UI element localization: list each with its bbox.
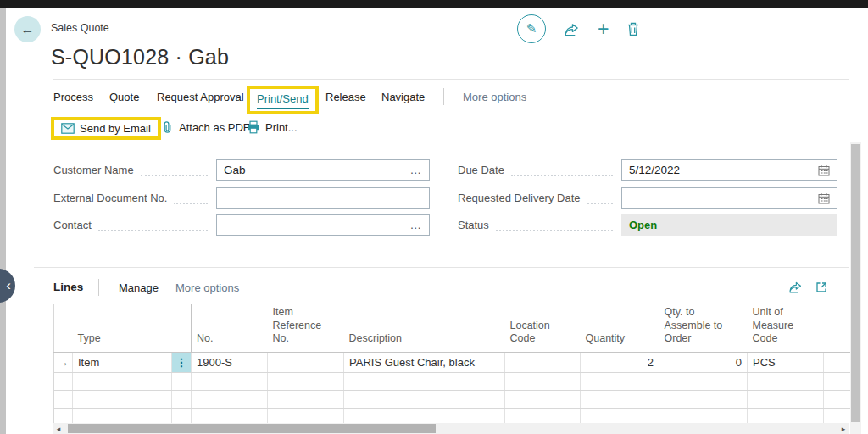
col-header-unit-of-measure[interactable]: Unit of Measure Code: [748, 304, 824, 352]
tab-request-approval[interactable]: Request Approval: [157, 91, 244, 103]
table-header-row: Type No. Item Reference No. Description …: [54, 304, 851, 352]
due-date-label: Due Date: [458, 164, 504, 176]
cell-item-reference-no[interactable]: [268, 352, 344, 372]
cell-no[interactable]: 1900-S: [192, 352, 268, 372]
active-row-indicator: →: [54, 352, 73, 372]
due-date-input[interactable]: 5/12/2022: [621, 159, 837, 181]
requested-delivery-input[interactable]: [621, 187, 837, 209]
scroll-left-icon: ◂: [57, 425, 61, 433]
customer-name-label: Customer Name: [53, 164, 134, 176]
lookup-ellipsis-icon[interactable]: …: [410, 164, 423, 176]
col-header-description[interactable]: Description: [344, 304, 505, 352]
customer-name-value: Gab: [224, 164, 246, 176]
cell-quantity[interactable]: 2: [581, 352, 659, 372]
requested-delivery-row: Requested Delivery Date: [458, 187, 620, 209]
trash-icon: [626, 21, 640, 36]
kebab-dots-icon: ⋮: [176, 356, 187, 369]
cell-type[interactable]: Item: [73, 352, 172, 372]
status-row: Status: [458, 214, 620, 236]
col-header-no[interactable]: No.: [192, 304, 268, 352]
line-row-1: → Item ⋮ 1900-S PARIS Guest Chair, black…: [54, 352, 851, 372]
status-value: Open: [629, 219, 657, 231]
chevron-left-icon: ‹: [6, 277, 11, 294]
add-button[interactable]: +: [598, 21, 609, 36]
share-icon: [564, 21, 580, 37]
tab-quote[interactable]: Quote: [109, 91, 139, 103]
external-doc-row: External Document No.: [53, 187, 214, 209]
cell-qty-to-assemble[interactable]: 0: [659, 352, 748, 372]
share-button[interactable]: [564, 21, 580, 37]
attach-pdf-icon: [161, 120, 174, 134]
status-label: Status: [458, 219, 489, 231]
cell-location-code[interactable]: [505, 352, 581, 372]
collapse-panel-button[interactable]: ‹: [0, 269, 15, 303]
tab-more-options[interactable]: More options: [463, 91, 526, 103]
delete-button[interactable]: [626, 21, 640, 36]
lines-more-options[interactable]: More options: [175, 281, 239, 294]
customer-name-row: Customer Name: [53, 159, 214, 181]
horizontal-scrollbar[interactable]: ◂ ▸: [53, 423, 849, 434]
toolbar-divider: [34, 142, 849, 142]
dotted-leader: [98, 220, 208, 231]
send-by-email-label: Send by Email: [80, 122, 151, 135]
cell-partial: [824, 352, 851, 372]
col-header-selector: [54, 304, 73, 352]
system-actions: ✎ +: [517, 14, 640, 44]
requested-delivery-label: Requested Delivery Date: [458, 192, 581, 204]
send-by-email-button[interactable]: Send by Email: [61, 122, 151, 135]
cell-description[interactable]: PARIS Guest Chair, black: [344, 352, 505, 372]
cell-unit-of-measure[interactable]: PCS: [748, 352, 824, 372]
scroll-left-arrow[interactable]: ◂: [53, 423, 64, 434]
status-field: Open: [621, 214, 837, 236]
print-label: Print...: [265, 121, 298, 134]
lines-expand-button[interactable]: [815, 280, 828, 294]
lookup-ellipsis-icon[interactable]: …: [410, 219, 423, 231]
col-header-qty-to-assemble[interactable]: Qty. to Assemble to Order: [659, 304, 748, 352]
printer-icon: [247, 120, 260, 134]
email-icon: [61, 123, 75, 134]
row-options-button[interactable]: ⋮: [172, 352, 192, 372]
dotted-leader: [496, 220, 613, 231]
horizontal-scroll-thumb[interactable]: [68, 424, 436, 433]
window-top-bar: [0, 0, 868, 8]
tab-process[interactable]: Process: [53, 91, 93, 103]
pencil-icon: ✎: [526, 21, 537, 36]
external-doc-input[interactable]: [216, 187, 430, 209]
lines-card-divider: [34, 267, 849, 268]
tab-navigate[interactable]: Navigate: [381, 91, 425, 103]
attach-as-pdf-button[interactable]: Attach as PDF: [161, 120, 250, 134]
plus-icon: +: [598, 21, 609, 36]
send-by-email-highlight: Send by Email: [51, 117, 161, 140]
calendar-icon[interactable]: [818, 192, 830, 204]
lines-title: Lines: [53, 281, 83, 293]
calendar-icon[interactable]: [818, 164, 830, 176]
print-button[interactable]: Print...: [247, 120, 298, 134]
back-button[interactable]: ←: [14, 16, 41, 42]
contact-input[interactable]: …: [216, 214, 430, 236]
col-header-location-code[interactable]: Location Code: [505, 304, 581, 352]
tab-separator: [443, 88, 444, 105]
back-arrow-icon: ←: [21, 22, 35, 37]
external-doc-label: External Document No.: [53, 192, 167, 204]
col-header-type[interactable]: Type: [73, 304, 172, 352]
lines-manage-button[interactable]: Manage: [119, 281, 159, 294]
customer-name-input[interactable]: Gab …: [216, 159, 430, 181]
dotted-leader: [141, 164, 208, 176]
tab-print-send[interactable]: Print/Send: [257, 92, 309, 109]
edit-button[interactable]: ✎: [517, 14, 546, 43]
lines-table: Type No. Item Reference No. Description …: [53, 304, 851, 426]
tab-print-send-highlight: Print/Send: [247, 86, 319, 114]
tab-release[interactable]: Release: [326, 91, 366, 103]
breadcrumb: Sales Quote: [51, 22, 109, 34]
col-header-item-reference-no[interactable]: Item Reference No.: [268, 304, 344, 352]
vertical-scroll-thumb[interactable]: [851, 144, 860, 422]
col-header-quantity[interactable]: Quantity: [581, 304, 659, 352]
page-title: S-QUO1028 · Gab: [51, 45, 229, 70]
lines-separator: [98, 279, 99, 296]
empty-row: [54, 390, 851, 408]
dotted-leader: [174, 192, 208, 204]
scroll-right-arrow[interactable]: ▸: [837, 423, 849, 434]
row-arrow-icon: →: [58, 356, 69, 369]
lines-share-button[interactable]: [788, 280, 803, 294]
vertical-scrollbar[interactable]: [850, 142, 861, 434]
